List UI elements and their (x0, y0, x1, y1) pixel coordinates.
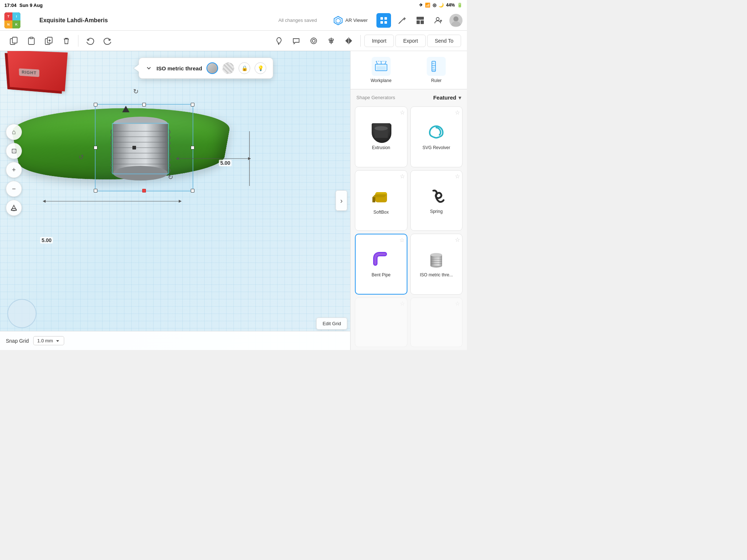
shape-item-spring[interactable]: ☆ Spring (410, 170, 463, 231)
up-arrow (122, 106, 129, 112)
red-box-shape[interactable]: RIGHT (7, 51, 68, 92)
fit-view-button[interactable]: ⊡ (6, 143, 22, 159)
rotate-handle-top[interactable]: ↻ (133, 88, 139, 96)
bent-pipe-label: Bent Pipe (372, 272, 391, 277)
star-placeholder-1[interactable]: ☆ (400, 300, 405, 307)
snap-grid-dropdown-icon (55, 338, 60, 343)
add-person-button[interactable] (431, 13, 446, 28)
wifi-icon: 📶 (425, 3, 430, 8)
airplane-icon: ✈ (419, 3, 423, 8)
shape-item-placeholder-1[interactable]: ☆ (355, 298, 407, 347)
hole-material-button[interactable] (222, 62, 234, 74)
logo-t: T (4, 12, 12, 20)
panel-toggle-button[interactable]: › (336, 190, 347, 211)
handle-tr[interactable] (191, 103, 194, 106)
star-spring[interactable]: ☆ (455, 173, 460, 180)
right-label: RIGHT (19, 68, 40, 77)
blocks-button[interactable] (413, 13, 427, 28)
duplicate-button[interactable] (41, 33, 57, 49)
moon-icon: 🌙 (438, 3, 444, 8)
export-button[interactable]: Export (395, 35, 425, 47)
handle-center[interactable] (132, 146, 136, 149)
edit-grid-button[interactable]: Edit Grid (316, 318, 347, 330)
tinkercad-logo[interactable]: T I N K (4, 12, 20, 28)
user-avatar[interactable] (449, 14, 462, 27)
shape-item-extrusion[interactable]: ☆ Extrusion (355, 106, 407, 167)
compass[interactable] (7, 299, 36, 328)
solid-material-button[interactable] (206, 62, 218, 74)
spring-thumbnail (427, 187, 446, 206)
handle-tl[interactable] (94, 103, 97, 106)
copy-button[interactable] (6, 33, 22, 49)
svg-rect-8 (421, 20, 424, 24)
svg-revolver-label: SVG Revolver (422, 145, 450, 150)
svg-revolver-thumbnail (427, 123, 446, 142)
perspective-button[interactable] (6, 200, 22, 216)
star-softbox[interactable]: ☆ (400, 173, 405, 180)
delete-button[interactable] (58, 33, 74, 49)
rotate-handle-bottom[interactable]: ↻ (168, 173, 173, 181)
featured-dropdown[interactable]: Featured ▾ (433, 94, 461, 101)
pickaxe-button[interactable] (395, 13, 409, 28)
handle-bm-red[interactable] (142, 189, 146, 192)
ar-viewer-button[interactable]: AR Viewer (328, 13, 373, 28)
send-to-button[interactable]: Send To (427, 35, 461, 47)
handle-ml[interactable] (94, 146, 97, 149)
workplane-label: Workplane (371, 78, 391, 83)
star-extrusion[interactable]: ☆ (400, 109, 405, 116)
star-iso-metric[interactable]: ☆ (455, 236, 460, 243)
zoom-in-button[interactable]: + (6, 162, 22, 178)
svg-marker-30 (346, 39, 348, 43)
workplane-icon (372, 57, 391, 76)
iso-metric-thumbnail (427, 250, 446, 269)
canvas-area[interactable]: RIGHT (0, 51, 350, 350)
align-button[interactable] (323, 33, 339, 49)
svg-rect-5 (384, 21, 387, 24)
speech-bubble-button[interactable] (288, 33, 304, 49)
handle-br[interactable] (191, 189, 194, 192)
svg-rect-17 (30, 37, 33, 39)
second-toolbar: Import Export Send To (0, 31, 467, 51)
svg-point-71 (430, 253, 442, 257)
handle-tm[interactable] (142, 103, 146, 106)
dropdown-arrow-icon[interactable] (146, 65, 152, 71)
rotate-handle-left[interactable]: ↺ (78, 153, 84, 161)
star-placeholder-2[interactable]: ☆ (455, 300, 460, 307)
star-bent-pipe[interactable]: ☆ (399, 237, 405, 244)
import-button[interactable]: Import (364, 35, 394, 47)
shape-item-bent-pipe[interactable]: ☆ Bent Pipe (355, 234, 407, 295)
dimension-label-bottom: 5.00 (40, 237, 53, 244)
undo-button[interactable] (82, 33, 98, 49)
mirror-button[interactable] (341, 33, 357, 49)
snap-grid-select[interactable]: 1.0 mm (33, 336, 64, 345)
ruler-label: Ruler (431, 78, 442, 83)
light-bulb-button[interactable] (271, 33, 287, 49)
lock-button[interactable]: 🔒 (239, 62, 250, 74)
snap-grid-label: Snap Grid (6, 338, 29, 344)
light-icon-button[interactable]: 💡 (255, 62, 266, 74)
circle-button[interactable] (306, 33, 322, 49)
workplane-tool[interactable]: Workplane (356, 57, 406, 83)
ruler-tool[interactable]: Ruler (412, 57, 461, 83)
svg-point-13 (453, 16, 458, 22)
zoom-out-button[interactable]: − (6, 181, 22, 197)
shape-item-iso-metric[interactable]: ☆ (410, 234, 463, 295)
paste-button[interactable] (23, 33, 39, 49)
battery-display: 44% (446, 3, 455, 8)
location-icon: ◎ (433, 3, 436, 8)
handle-bl[interactable] (94, 189, 97, 192)
shape-item-svg-revolver[interactable]: ☆ SVG Revolver (410, 106, 463, 167)
shape-item-placeholder-2[interactable]: ☆ (410, 298, 463, 347)
snap-grid-value: 1.0 mm (37, 338, 53, 343)
redo-button[interactable] (100, 33, 116, 49)
svg-rect-9 (417, 17, 424, 20)
grid-view-button[interactable] (376, 13, 391, 28)
star-svg-revolver[interactable]: ☆ (455, 109, 460, 116)
handle-mr[interactable] (191, 146, 194, 149)
selection-box (95, 104, 193, 191)
hamburger-menu-button[interactable] (24, 15, 36, 26)
shape-item-softbox[interactable]: ☆ SoftBox (355, 170, 407, 231)
svg-point-25 (312, 39, 315, 42)
softbox-thumbnail (372, 186, 391, 207)
home-view-button[interactable]: ⌂ (6, 124, 22, 140)
